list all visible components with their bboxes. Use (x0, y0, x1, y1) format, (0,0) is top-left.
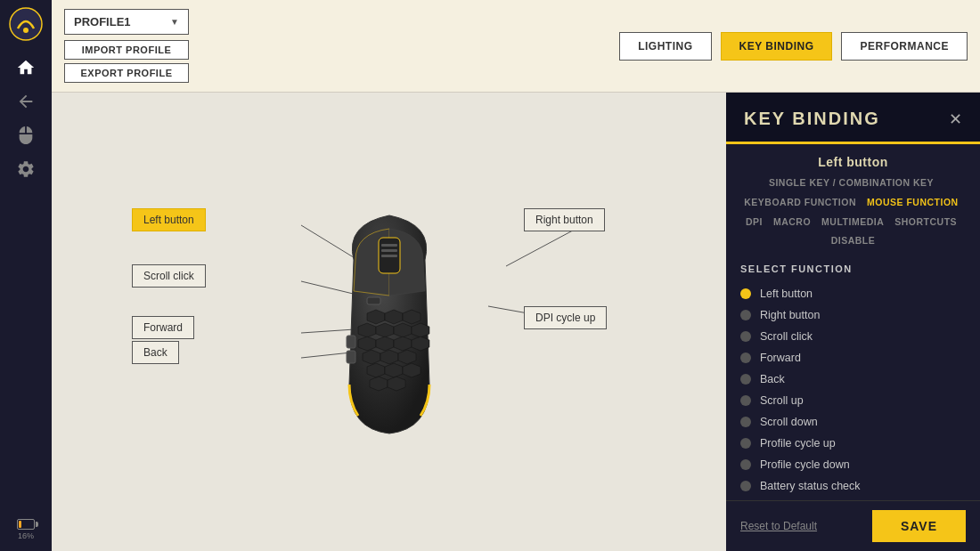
battery-icon (17, 519, 35, 530)
close-panel-button[interactable]: ✕ (949, 109, 962, 129)
svg-rect-10 (381, 249, 397, 252)
function-list: Left button Right button Scroll click Fo… (726, 280, 980, 500)
selected-button-label: Left button (726, 144, 980, 174)
tab-lighting[interactable]: LIGHTING (619, 32, 711, 61)
func-right-button[interactable]: Right button (740, 304, 966, 326)
func-scroll-up[interactable]: Scroll up (740, 390, 966, 411)
cat-shortcuts[interactable]: SHORTCUTS (891, 214, 960, 230)
svg-rect-11 (381, 255, 397, 257)
cat-macro[interactable]: MACRO (770, 214, 814, 230)
func-back[interactable]: Back (740, 369, 966, 390)
sidebar: 16% (0, 0, 52, 551)
cat-mouse-function[interactable]: MOUSE FUNCTION (863, 194, 962, 210)
func-dot-profile-cycle-down (740, 459, 751, 470)
profile-dropdown[interactable]: PROFILE1 ▼ (64, 9, 189, 35)
func-dot-left-button (740, 288, 751, 299)
panel-title: KEY BINDING (744, 109, 880, 129)
func-profile-cycle-up[interactable]: Profile cycle up (740, 433, 966, 454)
topbar: PROFILE1 ▼ IMPORT PROFILE EXPORT PROFILE… (52, 0, 980, 93)
select-function-header: SELECT FUNCTION (726, 256, 980, 280)
tab-navigation: LIGHTING KEY BINDING PERFORMANCE (619, 32, 968, 61)
func-forward[interactable]: Forward (740, 347, 966, 369)
chevron-down-icon: ▼ (170, 17, 179, 27)
save-button[interactable]: SAVE (872, 510, 966, 542)
right-button-label[interactable]: Right button (524, 208, 605, 231)
func-scroll-click[interactable]: Scroll click (740, 326, 966, 347)
svg-rect-31 (367, 297, 380, 304)
panel-header: KEY BINDING ✕ (726, 93, 980, 144)
battery-status: 16% (17, 519, 35, 540)
content-area: Left button Scroll click Forward Back Ri… (52, 93, 980, 551)
func-left-button[interactable]: Left button (740, 283, 966, 304)
sidebar-back-icon[interactable] (12, 87, 40, 116)
func-dot-profile-cycle-up (740, 438, 751, 449)
dpi-cycle-up-label[interactable]: DPI cycle up (524, 306, 607, 329)
battery-percent: 16% (18, 531, 34, 540)
sidebar-mouse-icon[interactable] (12, 121, 40, 150)
cat-single-key[interactable]: SINGLE KEY / COMBINATION KEY (765, 174, 937, 190)
func-dot-battery-status (740, 481, 751, 491)
svg-rect-9 (381, 244, 397, 247)
panel-footer: Reset to Default SAVE (726, 500, 980, 551)
mouse-diagram: Left button Scroll click Forward Back Ri… (52, 93, 726, 551)
func-dot-back (740, 374, 751, 385)
category-navigation: SINGLE KEY / COMBINATION KEY KEYBOARD FU… (726, 174, 980, 256)
export-profile-button[interactable]: EXPORT PROFILE (64, 63, 189, 83)
cat-disable[interactable]: DISABLE (828, 233, 879, 247)
left-button-label[interactable]: Left button (132, 208, 206, 231)
func-dot-scroll-up (740, 395, 751, 406)
sidebar-settings-icon[interactable] (12, 155, 40, 183)
right-panel: KEY BINDING ✕ Left button SINGLE KEY / C… (726, 93, 980, 551)
tab-performance[interactable]: PERFORMANCE (841, 32, 968, 61)
func-dot-scroll-click (740, 331, 751, 342)
app-logo (9, 7, 43, 41)
tab-keybinding[interactable]: KEY BINDING (721, 32, 833, 61)
func-battery-status[interactable]: Battery status check (740, 475, 966, 497)
cat-multimedia[interactable]: MULTIMEDIA (818, 214, 887, 230)
cat-dpi[interactable]: DPI (742, 214, 766, 230)
svg-point-1 (23, 28, 29, 33)
sidebar-home-icon[interactable] (12, 53, 40, 82)
import-profile-button[interactable]: IMPORT PROFILE (64, 40, 189, 60)
reset-to-default-button[interactable]: Reset to Default (740, 520, 817, 532)
mouse-image (300, 189, 478, 456)
svg-point-0 (10, 8, 42, 40)
profile-label: PROFILE1 (74, 15, 131, 28)
func-dot-right-button (740, 310, 751, 320)
scroll-click-label[interactable]: Scroll click (132, 264, 206, 288)
cat-keyboard-function[interactable]: KEYBOARD FUNCTION (740, 194, 860, 210)
forward-label[interactable]: Forward (132, 316, 194, 339)
back-label[interactable]: Back (132, 341, 179, 364)
func-profile-cycle-down[interactable]: Profile cycle down (740, 454, 966, 475)
func-dot-forward (740, 352, 751, 363)
svg-rect-32 (347, 336, 355, 348)
func-dot-scroll-down (740, 417, 751, 427)
svg-rect-33 (347, 351, 355, 363)
main-content: PROFILE1 ▼ IMPORT PROFILE EXPORT PROFILE… (52, 0, 980, 551)
func-scroll-down[interactable]: Scroll down (740, 411, 966, 433)
